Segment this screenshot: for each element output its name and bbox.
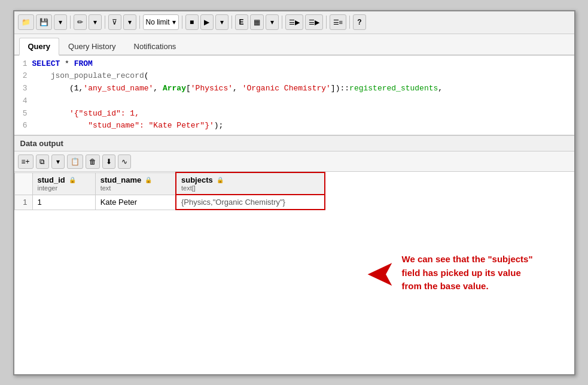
filter-dropdown-button[interactable]: ▾ [123,14,136,30]
line-content-4 [32,95,574,108]
explain-dropdown-button[interactable]: ▾ [266,14,279,30]
code-line-4: 4 [14,95,574,108]
chart-button[interactable]: ∿ [118,154,131,169]
open-file-button[interactable]: 📁 [18,14,34,30]
help-button[interactable]: ? [353,14,366,30]
separator-4 [182,16,182,29]
annotation-area: ➤ We can see that the "subjects" field h… [325,172,574,374]
line-number-3: 3 [14,83,32,95]
row-number-1: 1 [14,195,32,210]
line-number-4: 4 [14,95,32,108]
stud-name-lock-icon: 🔒 [145,177,152,183]
line-number-2: 2 [14,70,32,83]
import-button[interactable]: ⬇ [102,154,115,169]
line-content-3: (1,'any_stud_name', Array['Physics', 'Or… [32,83,574,95]
filter-button[interactable]: ⊽ [108,14,121,30]
table-row: 1 1 Kate Peter {Physics,"Organic Chemist… [14,195,325,210]
stud-name-cell: Kate Peter [95,195,176,210]
separator-7 [326,16,327,29]
subjects-lock-icon: 🔒 [217,177,224,183]
subjects-cell: {Physics,"Organic Chemistry"} [176,195,325,210]
stud-name-header-name: stud_name [100,175,142,184]
tab-notifications[interactable]: Notifications [125,38,185,54]
limit-dropdown-arrow: ▾ [172,18,176,26]
line-number-5: 5 [14,108,32,120]
tab-bar: Query Query History Notifications [14,34,574,56]
main-toolbar: 📁 💾 ▾ ✏ ▾ ⊽ ▾ No limit ▾ ■ ▶ ▾ E ▦ ▾ ☰▶ … [14,11,574,34]
separator-3 [139,16,140,29]
sql-editor[interactable]: 1 SELECT * FROM 2 json_populate_record( … [14,56,574,137]
annotation-text: We can see that the "subjects" field has… [402,253,534,293]
code-line-5: 5 '{"stud_id": 1, [14,108,574,120]
edit-button[interactable]: ✏ [74,14,87,30]
commit-button[interactable]: ☰▶ [285,14,303,30]
save-button[interactable]: 💾 [36,14,52,30]
line-number-6: 6 [14,120,32,132]
row-num-header [14,172,32,195]
separator-5 [231,16,232,29]
stud-id-lock-icon: 🔒 [69,177,76,183]
stud-id-header: stud_id 🔒 integer [32,172,95,195]
separator-1 [70,16,71,29]
line-number-1: 1 [14,58,32,71]
rollback-button[interactable]: ☰▶ [305,14,323,30]
line-content-6: "stud_name": "Kate Peter"}'); [32,120,574,132]
arrow-icon: ➤ [366,252,396,294]
line-content-1: SELECT * FROM [32,58,574,71]
limit-dropdown[interactable]: No limit ▾ [143,14,179,30]
separator-2 [105,16,105,29]
code-line-3: 3 (1,'any_stud_name', Array['Physics', '… [14,83,574,95]
code-line-1: 1 SELECT * FROM [14,58,574,71]
data-output-label: Data output [20,139,63,148]
copy-dropdown-button[interactable]: ▾ [51,154,65,169]
stop-button[interactable]: ■ [185,14,199,30]
add-row-button[interactable]: ≡+ [18,154,33,169]
data-output-header: Data output [14,136,574,151]
results-area: stud_id 🔒 integer stud_name 🔒 text [14,172,574,374]
stud-id-type: integer [38,184,90,192]
explain-analyze-button[interactable]: ▦ [250,14,264,30]
code-line-6: 6 "stud_name": "Kate Peter"}'); [14,120,574,132]
subjects-header-name: subjects [181,175,213,184]
stud-name-type: text [100,184,170,192]
tab-query-history[interactable]: Query History [59,38,124,54]
subjects-type: text[] [181,184,319,192]
stud-id-header-name: stud_id [38,175,65,184]
save-dropdown-button[interactable]: ▾ [54,14,67,30]
separator-6 [282,16,282,29]
run-dropdown-button[interactable]: ▾ [215,14,229,30]
code-line-2: 2 json_populate_record( [14,70,574,83]
limit-label: No limit [146,18,170,26]
copy-button[interactable]: ⧉ [36,154,49,169]
results-table: stud_id 🔒 integer stud_name 🔒 text [14,172,325,210]
line-content-5: '{"stud_id": 1, [32,108,574,120]
delete-button[interactable]: 🗑 [86,154,100,169]
stud-name-header: stud_name 🔒 text [95,172,176,195]
macros-button[interactable]: ☰≡ [330,14,346,30]
data-toolbar: ≡+ ⧉ ▾ 📋 🗑 ⬇ ∿ [14,151,574,172]
separator-8 [349,16,350,29]
paste-button[interactable]: 📋 [67,154,83,169]
main-window: 📁 💾 ▾ ✏ ▾ ⊽ ▾ No limit ▾ ■ ▶ ▾ E ▦ ▾ ☰▶ … [13,10,575,375]
edit-dropdown-button[interactable]: ▾ [89,14,102,30]
table-container: stud_id 🔒 integer stud_name 🔒 text [14,172,325,374]
line-content-2: json_populate_record( [32,70,574,83]
tab-query[interactable]: Query [19,38,60,56]
stud-id-cell: 1 [32,195,95,210]
explain-button[interactable]: E [235,14,248,30]
subjects-header: subjects 🔒 text[] [176,172,325,195]
run-button[interactable]: ▶ [200,14,214,30]
